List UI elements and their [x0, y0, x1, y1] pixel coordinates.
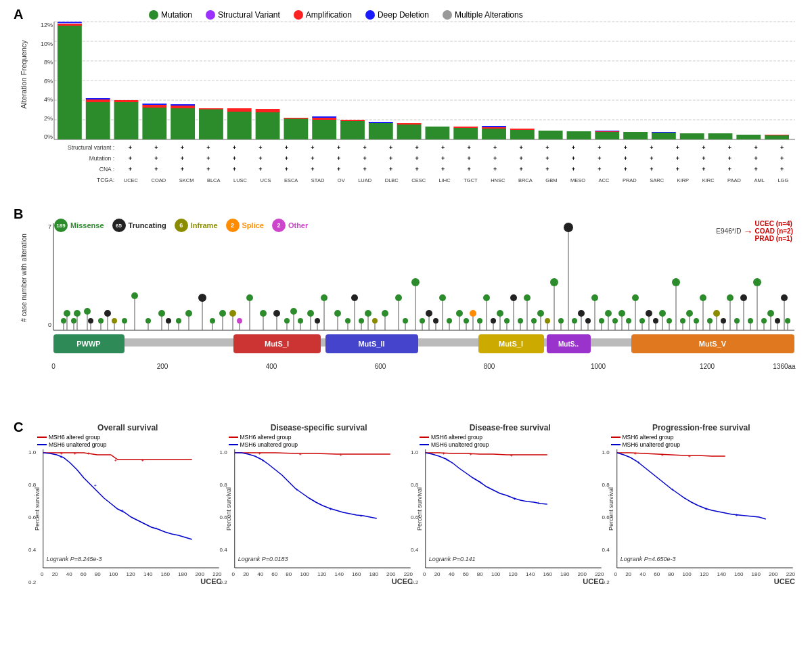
svg-rect-16 — [171, 108, 195, 139]
tcga-sv-symbols: + + + + + + + + + + + + + + + + + — [117, 144, 795, 151]
svg-point-110 — [307, 310, 314, 317]
legend-overall: MSH6 altered group MSH6 unaltered group — [34, 434, 107, 448]
svg-point-222 — [477, 318, 482, 324]
svg-text:+: + — [141, 458, 144, 463]
svg-text:+: + — [704, 507, 707, 512]
svg-point-218 — [447, 318, 452, 324]
legend-unaltered-dfs: MSH6 unaltered group — [420, 441, 489, 448]
legend-unaltered-label-pfs: MSH6 unaltered group — [623, 441, 681, 448]
tcga-prefix: TCGA: — [53, 177, 117, 183]
svg-text:+: + — [633, 451, 636, 456]
svg-point-262 — [748, 318, 753, 324]
sv-sym-13: + — [441, 144, 445, 151]
svg-point-238 — [585, 318, 591, 324]
sv-sym-8: + — [311, 144, 314, 151]
survival-title-pfs: Progression-free survival — [608, 423, 796, 432]
svg-text:+: + — [114, 458, 117, 463]
legend-sv: Structural Variant — [206, 10, 280, 20]
svg-point-236 — [572, 318, 577, 324]
legend-multi-label: Multiple Alterations — [455, 10, 523, 20]
tcga-stad: STAD — [311, 177, 324, 183]
legend-sv-label: Structural Variant — [218, 10, 280, 20]
svg-point-196 — [210, 318, 215, 324]
svg-point-184 — [98, 318, 104, 324]
svg-point-108 — [290, 308, 297, 315]
svg-text:+: + — [329, 507, 332, 512]
bar-ucec-del — [58, 22, 82, 23]
svg-point-228 — [518, 318, 523, 324]
legend-unaltered-overall: MSH6 unaltered group — [37, 441, 107, 448]
svg-text:+: + — [470, 452, 472, 457]
svg-text:+: + — [87, 451, 90, 456]
svg-point-112 — [321, 294, 328, 301]
svg-point-100 — [229, 310, 236, 317]
survival-legend-overall: MSH6 altered group MSH6 unaltered group — [34, 434, 222, 448]
svg-point-116 — [351, 294, 358, 301]
sv-sym-21: + — [650, 144, 653, 151]
ytick-0: 0% — [44, 133, 53, 140]
svg-point-250 — [667, 318, 672, 324]
tcga-row-mut: Mutation : ++++++++++++++++++++++++++ — [53, 153, 795, 164]
svg-point-220 — [464, 318, 469, 324]
sv-sym-23: + — [702, 144, 705, 151]
svg-point-204 — [315, 318, 320, 324]
legend-unaltered-dss: MSH6 unaltered group — [229, 441, 298, 448]
svg-text:Logrank P=8.245e-3: Logrank P=8.245e-3 — [47, 556, 102, 562]
svg-point-230 — [531, 318, 537, 324]
svg-point-92 — [158, 310, 165, 317]
yticks-dss: 1.00.80.60.40.2 — [220, 449, 227, 585]
tcga-sv-label: Structural variant : — [53, 144, 117, 151]
panel-c-label: C — [14, 420, 23, 435]
svg-point-198 — [237, 318, 242, 324]
svg-point-194 — [176, 318, 181, 324]
tcga-hnsc: HNSC — [491, 177, 505, 183]
panel-b: B # case number with alteration 7 0 189 … — [14, 206, 798, 416]
site-label-pfs: UCEC — [614, 577, 796, 585]
survival-inner-dfs: 1.00.80.60.40.2 + + + + — [423, 449, 604, 585]
ytick-12: 12% — [41, 22, 53, 28]
panel-b-yticks: 7 0 — [28, 223, 51, 328]
panel-a-yaxis-label: Alteration Frequency — [20, 40, 28, 109]
sv-sym-17: + — [545, 144, 549, 151]
tcga-ucec: UCEC — [124, 177, 138, 183]
survival-plot-disease-specific: Disease-specific survival MSH6 altered g… — [225, 423, 413, 606]
legend-dss: MSH6 altered group MSH6 unaltered group — [225, 434, 298, 448]
tcga-annotation-rows: Structural variant : + + + + + + + + + +… — [53, 142, 795, 185]
svg-rect-24 — [256, 109, 280, 112]
sv-sym-18: + — [572, 144, 575, 151]
ytick-10: 1.0 — [28, 449, 36, 455]
svg-rect-44 — [539, 131, 563, 139]
svg-point-126 — [426, 310, 432, 317]
svg-rect-10 — [86, 98, 110, 99]
panel-c: C Overall survival MSH6 altered group MS… — [14, 420, 798, 609]
svg-rect-43 — [510, 129, 535, 130]
tcga-mut-label: Mutation : — [53, 155, 117, 162]
svg-rect-35 — [397, 123, 422, 125]
site-label-dfs: UCEC — [423, 577, 604, 585]
svg-point-88 — [104, 310, 111, 317]
svg-text:1000: 1000 — [591, 363, 606, 370]
svg-rect-48 — [595, 131, 619, 131]
svg-text:+: + — [510, 453, 513, 458]
survival-legend-dss: MSH6 altered group MSH6 unaltered group — [225, 434, 413, 448]
svg-text:+: + — [514, 497, 516, 501]
tcga-ov: OV — [338, 177, 345, 183]
sv-sym-14: + — [468, 144, 471, 151]
xaxis-pfs: 020406080100120140160180200220 — [614, 571, 796, 577]
panel-b-ylabel-container: # case number with alteration — [19, 227, 28, 328]
legend-unaltered-label-dss: MSH6 unaltered group — [240, 441, 298, 448]
svg-rect-21 — [227, 112, 252, 139]
xaxis-dfs: 020406080100120140160180200220 — [423, 571, 604, 577]
sv-sym-16: + — [520, 144, 523, 151]
svg-point-134 — [483, 294, 490, 301]
tcga-brca: BRCA — [518, 177, 533, 183]
sv-sym-7: + — [285, 144, 288, 151]
tcga-luad: LUAD — [358, 177, 371, 183]
svg-point-172 — [753, 278, 761, 286]
svg-point-256 — [707, 318, 713, 324]
svg-point-178 — [61, 318, 66, 324]
tcga-lgg: LGG — [777, 177, 788, 183]
tcga-sarc: SARC — [650, 177, 664, 183]
bar-ucec-mutation — [58, 24, 82, 139]
svg-text:600: 600 — [375, 363, 386, 370]
